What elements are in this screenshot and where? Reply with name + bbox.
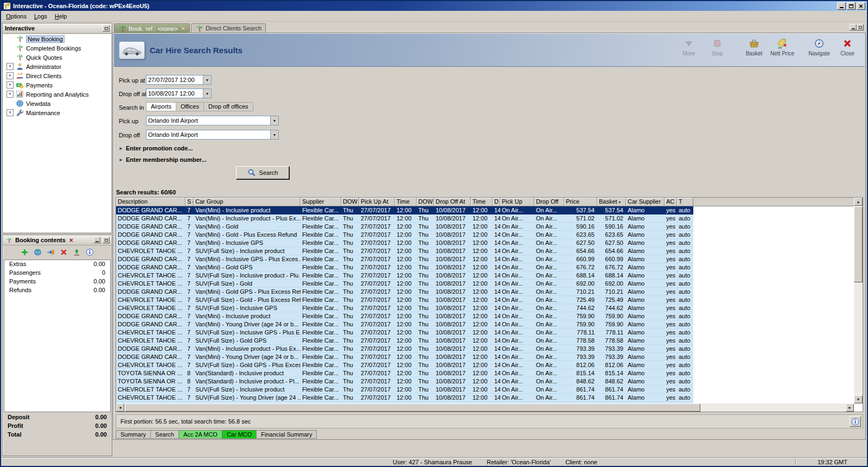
column-header-time-9[interactable]: Time: [471, 198, 493, 206]
info-button[interactable]: [850, 416, 861, 427]
result-row[interactable]: DODGE GRAND CAR...7Van(Mini) - Inclusive…: [116, 312, 693, 320]
tab-direct-clients-search[interactable]: Direct Clients Search: [191, 23, 266, 33]
result-row[interactable]: CHEVROLET TAHOE ...7SUV(Full Size) - Inc…: [116, 329, 693, 337]
column-header-car-group-2[interactable]: Car Group: [194, 198, 301, 206]
result-row[interactable]: TOYOTA SIENNA OR ...8Van(Standard) - Inc…: [116, 377, 693, 386]
promotion-code-expander[interactable]: ► Enter promotion code...: [119, 145, 193, 152]
scroll-down-icon[interactable]: ▼: [854, 395, 863, 403]
nett-price-button[interactable]: Nett Price: [769, 37, 795, 56]
result-row[interactable]: DODGE GRAND CAR...7Van(Mini) - Inclusive…: [116, 206, 693, 214]
collapse-panel-button[interactable]: [103, 25, 110, 31]
booking-restore-button[interactable]: [103, 237, 110, 243]
result-row[interactable]: CHEVROLET TAHOE ...7SUV(Full Size) - You…: [116, 394, 693, 402]
sidebar-item-viewdata[interactable]: Viewdata: [3, 99, 111, 108]
sidebar-item-quick-quotes[interactable]: Quick Quotes: [3, 53, 111, 62]
world-button[interactable]: [33, 247, 43, 257]
tab-close-icon[interactable]: ✕: [181, 26, 186, 31]
pick-up-at-field[interactable]: 27/07/2017 12:00 ▼: [146, 75, 212, 85]
column-header-pick-up-11[interactable]: Pick Up: [500, 198, 534, 206]
drop-off-dropdown-icon[interactable]: ▼: [270, 130, 278, 139]
info-button[interactable]: [85, 247, 95, 257]
navigate-button[interactable]: Navigate: [806, 37, 832, 56]
result-row[interactable]: DODGE GRAND CAR...7Van(Mini) - Inclusive…: [116, 255, 693, 263]
booking-contents-close-icon[interactable]: ✕: [68, 237, 74, 243]
result-row[interactable]: DODGE GRAND CAR...7Van(Mini) - Gold GPSF…: [116, 263, 693, 272]
result-row[interactable]: DODGE GRAND CAR...7Van(Mini) - Inclusive…: [116, 214, 693, 223]
close-window-button[interactable]: ✕: [857, 2, 865, 10]
expand-toggle-icon[interactable]: +: [7, 91, 14, 98]
result-row[interactable]: DODGE GRAND CAR...7Van(Mini) - Inclusive…: [116, 345, 693, 353]
vertical-scrollbar[interactable]: ▲ ▼: [854, 198, 863, 403]
menu-item-help[interactable]: Help: [51, 12, 71, 21]
vertical-scroll-thumb[interactable]: [854, 206, 863, 282]
view-tab-search[interactable]: Search: [150, 430, 179, 439]
tab-book-ref-none[interactable]: Book. ref.: <none>✕: [114, 23, 190, 33]
expand-toggle-icon[interactable]: +: [7, 81, 14, 89]
maximize-button[interactable]: [847, 2, 856, 10]
column-header-basket-14[interactable]: Basket▼: [597, 198, 626, 206]
view-tab-financial-summary[interactable]: Financial Summary: [256, 430, 317, 439]
result-row[interactable]: DODGE GRAND CAR...7Van(Mini) - Gold GPS …: [116, 288, 693, 296]
column-header-time-6[interactable]: Time: [395, 198, 417, 206]
result-row[interactable]: DODGE GRAND CAR...7Van(Mini) - Young Dri…: [116, 320, 693, 329]
pick-up-dropdown-icon[interactable]: ▼: [270, 116, 278, 125]
result-row[interactable]: TOYOTA SIENNA OR ...8Van(Standard) - Inc…: [116, 369, 693, 377]
result-row[interactable]: CHEVROLET TAHOE ...7SUV(Full Size) - Gol…: [116, 361, 693, 369]
add-button[interactable]: [20, 247, 30, 257]
result-row[interactable]: CHEVROLET TAHOE ...7SUV(Full Size) - Inc…: [116, 247, 693, 255]
sidebar-item-reporting-and-analytics[interactable]: +Reporting and Analytics: [3, 90, 111, 99]
drop-off-at-dropdown-icon[interactable]: ▼: [203, 89, 211, 98]
column-header-drop-off-12[interactable]: Drop Off: [534, 198, 564, 206]
pick-up-at-dropdown-icon[interactable]: ▼: [203, 75, 211, 84]
transfer-button[interactable]: [46, 247, 56, 257]
expand-toggle-icon[interactable]: +: [7, 109, 14, 116]
column-header-dow-7[interactable]: DOW: [417, 198, 434, 206]
column-header-dow-4[interactable]: DOW: [341, 198, 359, 206]
search-button[interactable]: Search: [236, 166, 289, 179]
column-header-d-10[interactable]: D: [493, 198, 500, 206]
expand-toggle-icon[interactable]: +: [7, 63, 14, 70]
sidebar-item-payments[interactable]: +Payments: [3, 80, 111, 90]
search-in-drop-off-offices[interactable]: Drop off offices: [203, 102, 253, 111]
expand-toggle-icon[interactable]: +: [7, 72, 14, 79]
horizontal-scrollbar[interactable]: ◄ ►: [116, 403, 854, 412]
document-minimize-button[interactable]: [850, 24, 857, 30]
pick-up-combo[interactable]: Orlando Intl Airport ▼: [146, 116, 279, 125]
column-header-description-0[interactable]: Description: [116, 198, 186, 206]
sidebar-item-new-booking[interactable]: New Booking: [3, 34, 111, 43]
scroll-up-icon[interactable]: ▲: [854, 198, 863, 206]
result-row[interactable]: CHEVROLET TAHOE ...7SUV(Full Size) - Gol…: [116, 337, 693, 345]
result-row[interactable]: CHEVROLET TAHOE ...7SUV(Full Size) - Inc…: [116, 386, 693, 394]
close-button[interactable]: Close: [834, 37, 860, 56]
scroll-right-icon[interactable]: ►: [846, 403, 854, 412]
view-tab-acc-2a-mco[interactable]: Acc 2A MCO: [178, 430, 222, 439]
result-row[interactable]: DODGE GRAND CAR...7Van(Mini) - Inclusive…: [116, 239, 693, 247]
result-row[interactable]: DODGE GRAND CAR...7Van(Mini) - Young Dri…: [116, 353, 693, 361]
result-row[interactable]: CHEVROLET TAHOE ...7SUV(Full Size) - Inc…: [116, 304, 693, 312]
drop-off-combo[interactable]: Orlando Intl Airport ▼: [146, 130, 279, 140]
sidebar-item-direct-clients[interactable]: +Direct Clients: [3, 71, 111, 80]
document-restore-button[interactable]: [857, 24, 864, 30]
column-header-ac-16[interactable]: AC: [665, 198, 677, 206]
horizontal-scroll-thumb[interactable]: [125, 403, 700, 412]
delete-button[interactable]: [59, 247, 69, 257]
drop-off-at-field[interactable]: 10/08/2017 12:00 ▼: [146, 89, 212, 98]
view-tab-car-mco[interactable]: Car MCO: [222, 430, 257, 439]
column-header-pick-up-at-5[interactable]: Pick Up At: [359, 198, 395, 206]
column-header-price-13[interactable]: Price: [564, 198, 597, 206]
column-header-supplier-3[interactable]: Supplier: [301, 198, 341, 206]
search-in-airports[interactable]: Airports: [146, 102, 176, 111]
result-row[interactable]: DODGE GRAND CAR...7Van(Mini) - GoldFlexi…: [116, 223, 693, 231]
search-in-offices[interactable]: Offices: [176, 102, 203, 111]
result-row[interactable]: CHEVROLET TAHOE ...7SUV(Full Size) - Gol…: [116, 296, 693, 304]
upload-button[interactable]: [72, 247, 82, 257]
result-row[interactable]: CHEVROLET TAHOE ...7SUV(Full Size) - Gol…: [116, 280, 693, 288]
result-row[interactable]: DODGE GRAND CAR...7Van(Mini) - Gold - Pl…: [116, 231, 693, 239]
basket-button[interactable]: Basket: [741, 37, 767, 56]
menu-item-logs[interactable]: Logs: [30, 12, 51, 21]
view-tab-summary[interactable]: Summary: [116, 430, 151, 439]
membership-number-expander[interactable]: ► Enter membership number...: [119, 156, 206, 163]
booking-minimize-button[interactable]: [93, 237, 100, 243]
sidebar-item-completed-bookings[interactable]: Completed Bookings: [3, 43, 111, 53]
scroll-left-icon[interactable]: ◄: [116, 403, 124, 412]
